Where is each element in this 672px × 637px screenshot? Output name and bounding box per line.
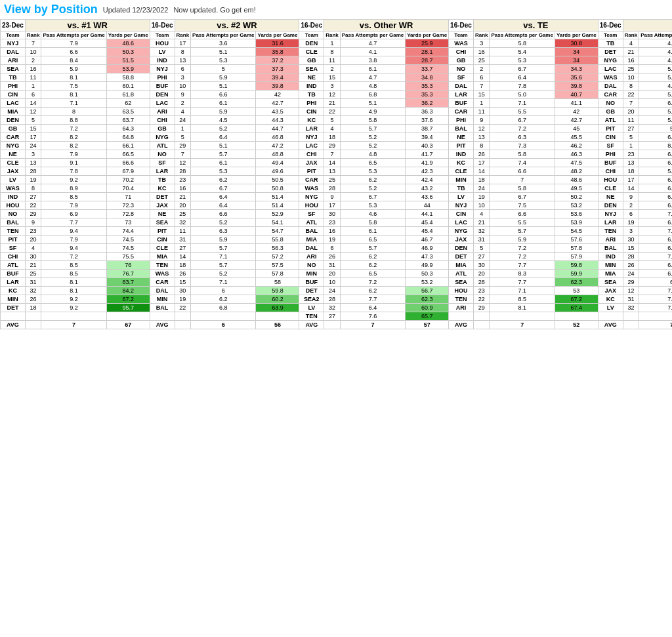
rb-rank: 2	[623, 201, 639, 210]
wr2-rank: 9	[175, 91, 191, 99]
wr1-pass: 9.1	[41, 159, 106, 167]
wr1-rank: 17	[25, 133, 41, 142]
wr2-team: LAR	[150, 167, 175, 176]
wr2-team: SF	[150, 159, 175, 167]
owr-pass: 4.6	[340, 210, 405, 218]
wr1-rank: 13	[25, 159, 41, 167]
te-team: CLE	[449, 167, 474, 176]
wr1-team: MIN	[1, 295, 26, 304]
wr1-yards: 63.5	[106, 108, 150, 116]
te-yards: 34	[555, 56, 598, 65]
wr2-pass: 4.5	[191, 116, 256, 125]
wr1-yards: 60.1	[106, 82, 150, 91]
wr2-avg-2: 6	[191, 321, 256, 329]
rb-rank: 5	[623, 133, 639, 142]
rb-team: WAS	[598, 73, 623, 82]
owr-team: SEA2	[299, 295, 324, 304]
owr-yards: 43.6	[406, 193, 449, 201]
table-row: LAC147.162LAC26.142.7PHI215.136.2BUF17.1…	[1, 99, 673, 108]
te-pass: 7.7	[490, 278, 555, 287]
wr2-pass: 7.1	[191, 253, 256, 261]
wr2-rank: 18	[175, 261, 191, 270]
page-title: View by Position	[4, 3, 98, 16]
te-pass: 7.5	[490, 201, 555, 210]
wr2-team: ARI	[150, 108, 175, 116]
wr2-yards: 42	[256, 91, 299, 99]
wr2-yards: 43.5	[256, 108, 299, 116]
te-rank: 3	[473, 39, 490, 48]
wr1-pass: 7.9	[41, 236, 106, 244]
wr2-team: MIN	[150, 295, 175, 304]
te-rank: 6	[473, 73, 490, 82]
wr2-yards: 57.8	[256, 270, 299, 278]
te-pass: 5.3	[490, 56, 555, 65]
wr2-yards: 44.7	[256, 125, 299, 133]
wr2-team: CHI	[150, 116, 175, 125]
owr-team: MIN	[299, 270, 324, 278]
wr1-yards: 72.3	[106, 201, 150, 210]
rb-team: ATL	[598, 116, 623, 125]
owr-team: JAX	[299, 159, 324, 167]
wr2-team: NE	[150, 210, 175, 218]
wr2-yards: 50.5	[256, 176, 299, 184]
te-rank: 23	[473, 287, 490, 295]
owr-yards: 41.7	[406, 150, 449, 159]
wr1-rank: 21	[25, 261, 41, 270]
owr-rank: 5	[324, 116, 341, 125]
wr2-header: vs. #2 WR	[175, 20, 299, 31]
wr2-team: NO	[150, 150, 175, 159]
owr-team: HOU	[299, 201, 324, 210]
table-row: DEN58.863.7CHI244.544.3KC55.837.6PHI96.7…	[1, 116, 673, 125]
owr-team: NYG	[299, 193, 324, 201]
wr2-rank: 24	[175, 116, 191, 125]
owr-rank: 16	[324, 227, 341, 236]
te-yards: 57.8	[555, 244, 598, 253]
table-row: TEN277.665.7	[1, 312, 673, 321]
te-rank: 4	[473, 210, 490, 218]
rb-team: TEN	[598, 227, 623, 236]
te-pass: 5.9	[490, 236, 555, 244]
wr1-pass: 9.4	[41, 244, 106, 253]
rb-rank: 6	[623, 210, 639, 218]
owr-rank: 23	[324, 218, 341, 227]
wr2-team: SEA	[150, 218, 175, 227]
rb-team: NE	[598, 193, 623, 201]
owr-yards: 44	[406, 201, 449, 210]
owr-rank: 8	[324, 48, 341, 56]
te-rank: 11	[473, 108, 490, 116]
wr2-yards: 51.4	[256, 193, 299, 201]
table-row: IND278.571DET216.451.4NYG96.743.6LV196.7…	[1, 193, 673, 201]
wr1-yards: 64.3	[106, 125, 150, 133]
wr2-yards: 56.3	[256, 244, 299, 253]
wr2-team: IND	[150, 56, 175, 65]
page-header: View by Position Updated 12/23/2022 Now …	[0, 0, 672, 19]
te-rank: 25	[473, 56, 490, 65]
owr-pass: 5.2	[340, 142, 405, 150]
wr1-pass: 8.1	[41, 91, 106, 99]
owr-pass: 4.7	[340, 73, 405, 82]
table-row: LAR318.183.7CAR157.158BUF107.253.2SEA287…	[1, 278, 673, 287]
te-pass: 5.8	[490, 39, 555, 48]
owr-team: PHI	[299, 99, 324, 108]
wr1-pass: 5.9	[41, 65, 106, 73]
owr-pass: 3.8	[340, 56, 405, 65]
wr2-pass: 5.7	[191, 150, 256, 159]
owr-yards: 38.7	[406, 125, 449, 133]
te-team: MIA	[449, 261, 474, 270]
te-team: TEN	[449, 295, 474, 304]
owr-yards: 45.4	[406, 218, 449, 227]
wr2-yards: 54.7	[256, 227, 299, 236]
owr-pass: 7.7	[340, 295, 405, 304]
owr-yards: 28.7	[406, 56, 449, 65]
wr1-rank: 8	[25, 184, 41, 193]
wr2-pass: 5.3	[191, 56, 256, 65]
wr2-yards: 47.2	[256, 142, 299, 150]
te-yards: 41.1	[555, 99, 598, 108]
wr2-team: BAL	[150, 304, 175, 312]
wr1-yards: 66.5	[106, 150, 150, 159]
wr2-team: CIN	[150, 236, 175, 244]
table-row: CLE139.166.6SF126.149.4JAX146.541.9KC177…	[1, 159, 673, 167]
wr1-yards: 74.4	[106, 227, 150, 236]
owr-pass: 6.1	[340, 227, 405, 236]
wr2-pass: 7.1	[191, 278, 256, 287]
